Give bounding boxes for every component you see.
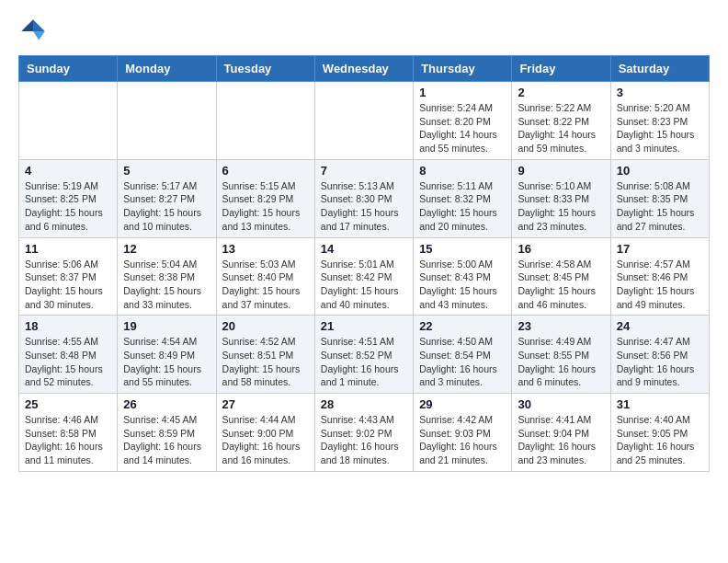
day-number: 31 [617,397,703,411]
day-number: 14 [321,242,407,256]
calendar-cell [19,82,118,160]
calendar-cell: 1Sunrise: 5:24 AM Sunset: 8:20 PM Daylig… [414,82,512,160]
day-info: Sunrise: 4:58 AM Sunset: 8:45 PM Dayligh… [518,258,604,312]
day-number: 1 [419,86,506,99]
calendar-week-5: 25Sunrise: 4:46 AM Sunset: 8:58 PM Dayli… [19,394,710,472]
calendar-cell [216,82,314,160]
day-number: 28 [321,397,407,411]
day-info: Sunrise: 4:57 AM Sunset: 8:46 PM Dayligh… [617,258,703,312]
day-info: Sunrise: 5:19 AM Sunset: 8:25 PM Dayligh… [25,179,111,234]
logo [18,17,50,46]
day-info: Sunrise: 4:55 AM Sunset: 8:48 PM Dayligh… [25,335,111,389]
day-number: 11 [25,242,111,256]
day-number: 13 [222,242,309,256]
day-number: 8 [419,164,506,178]
weekday-header-thursday: Thursday [414,56,512,82]
calendar-cell: 30Sunrise: 4:41 AM Sunset: 9:04 PM Dayli… [512,394,610,472]
calendar-week-1: 1Sunrise: 5:24 AM Sunset: 8:20 PM Daylig… [19,82,710,160]
day-number: 15 [419,242,506,256]
page-header [0,0,728,55]
day-number: 6 [222,164,309,178]
weekday-header-sunday: Sunday [19,56,118,82]
calendar-cell: 23Sunrise: 4:49 AM Sunset: 8:55 PM Dayli… [512,316,610,394]
svg-marker-0 [33,19,45,31]
calendar-cell: 13Sunrise: 5:03 AM Sunset: 8:40 PM Dayli… [216,237,314,316]
calendar-wrapper: SundayMondayTuesdayWednesdayThursdayFrid… [0,55,728,481]
calendar-cell: 21Sunrise: 4:51 AM Sunset: 8:52 PM Dayli… [314,316,413,394]
calendar-header: SundayMondayTuesdayWednesdayThursdayFrid… [19,56,710,82]
calendar-cell: 14Sunrise: 5:01 AM Sunset: 8:42 PM Dayli… [314,237,413,316]
weekday-header-tuesday: Tuesday [216,56,314,82]
day-info: Sunrise: 5:01 AM Sunset: 8:42 PM Dayligh… [321,258,407,312]
day-info: Sunrise: 4:49 AM Sunset: 8:55 PM Dayligh… [518,335,604,389]
calendar-cell: 22Sunrise: 4:50 AM Sunset: 8:54 PM Dayli… [414,316,512,394]
calendar-week-2: 4Sunrise: 5:19 AM Sunset: 8:25 PM Daylig… [19,159,710,237]
weekday-header-monday: Monday [118,56,216,82]
calendar-cell: 2Sunrise: 5:22 AM Sunset: 8:22 PM Daylig… [512,82,610,160]
day-number: 7 [321,164,407,178]
calendar-cell: 4Sunrise: 5:19 AM Sunset: 8:25 PM Daylig… [19,159,118,237]
day-number: 30 [518,397,604,411]
weekday-header-wednesday: Wednesday [314,56,413,82]
day-info: Sunrise: 4:46 AM Sunset: 8:58 PM Dayligh… [25,413,111,467]
day-info: Sunrise: 4:41 AM Sunset: 9:04 PM Dayligh… [518,413,604,467]
day-info: Sunrise: 4:40 AM Sunset: 9:05 PM Dayligh… [617,413,703,467]
calendar-week-4: 18Sunrise: 4:55 AM Sunset: 8:48 PM Dayli… [19,316,710,394]
day-number: 5 [123,164,210,178]
calendar-cell: 12Sunrise: 5:04 AM Sunset: 8:38 PM Dayli… [118,237,216,316]
calendar-cell: 20Sunrise: 4:52 AM Sunset: 8:51 PM Dayli… [216,316,314,394]
calendar-cell: 16Sunrise: 4:58 AM Sunset: 8:45 PM Dayli… [512,237,610,316]
calendar-cell: 10Sunrise: 5:08 AM Sunset: 8:35 PM Dayli… [610,159,709,237]
day-number: 18 [25,319,111,333]
calendar-cell: 25Sunrise: 4:46 AM Sunset: 8:58 PM Dayli… [19,394,118,472]
weekday-header-row: SundayMondayTuesdayWednesdayThursdayFrid… [19,56,710,82]
day-number: 26 [123,397,210,411]
day-number: 2 [518,86,604,99]
calendar-cell: 17Sunrise: 4:57 AM Sunset: 8:46 PM Dayli… [610,237,709,316]
day-info: Sunrise: 4:43 AM Sunset: 9:02 PM Dayligh… [321,413,407,467]
day-info: Sunrise: 5:15 AM Sunset: 8:29 PM Dayligh… [222,179,309,234]
calendar-cell: 28Sunrise: 4:43 AM Sunset: 9:02 PM Dayli… [314,394,413,472]
day-number: 9 [518,164,604,178]
day-info: Sunrise: 5:06 AM Sunset: 8:37 PM Dayligh… [25,258,111,312]
calendar-cell: 29Sunrise: 4:42 AM Sunset: 9:03 PM Dayli… [414,394,512,472]
calendar-cell: 15Sunrise: 5:00 AM Sunset: 8:43 PM Dayli… [414,237,512,316]
calendar-cell: 3Sunrise: 5:20 AM Sunset: 8:23 PM Daylig… [610,82,709,160]
day-info: Sunrise: 5:20 AM Sunset: 8:23 PM Dayligh… [617,101,703,155]
day-info: Sunrise: 5:22 AM Sunset: 8:22 PM Dayligh… [518,101,604,155]
day-info: Sunrise: 4:54 AM Sunset: 8:49 PM Dayligh… [123,335,210,389]
day-info: Sunrise: 5:04 AM Sunset: 8:38 PM Dayligh… [123,258,210,312]
calendar-cell: 9Sunrise: 5:10 AM Sunset: 8:33 PM Daylig… [512,159,610,237]
day-info: Sunrise: 5:00 AM Sunset: 8:43 PM Dayligh… [419,258,506,312]
day-number: 12 [123,242,210,256]
day-info: Sunrise: 4:51 AM Sunset: 8:52 PM Dayligh… [321,335,407,389]
calendar-cell: 6Sunrise: 5:15 AM Sunset: 8:29 PM Daylig… [216,159,314,237]
day-info: Sunrise: 4:44 AM Sunset: 9:00 PM Dayligh… [222,413,309,467]
day-info: Sunrise: 5:13 AM Sunset: 8:30 PM Dayligh… [321,179,407,234]
day-number: 4 [25,164,111,178]
calendar-cell: 31Sunrise: 4:40 AM Sunset: 9:05 PM Dayli… [610,394,709,472]
calendar-cell: 5Sunrise: 5:17 AM Sunset: 8:27 PM Daylig… [118,159,216,237]
calendar-cell [314,82,413,160]
day-info: Sunrise: 5:11 AM Sunset: 8:32 PM Dayligh… [419,179,506,234]
day-number: 27 [222,397,309,411]
day-info: Sunrise: 5:24 AM Sunset: 8:20 PM Dayligh… [419,101,506,155]
day-info: Sunrise: 5:10 AM Sunset: 8:33 PM Dayligh… [518,179,604,234]
svg-marker-1 [21,19,33,31]
calendar-cell: 27Sunrise: 4:44 AM Sunset: 9:00 PM Dayli… [216,394,314,472]
calendar-cell: 18Sunrise: 4:55 AM Sunset: 8:48 PM Dayli… [19,316,118,394]
day-number: 20 [222,319,309,333]
calendar-table: SundayMondayTuesdayWednesdayThursdayFrid… [18,55,710,472]
day-info: Sunrise: 5:03 AM Sunset: 8:40 PM Dayligh… [222,258,309,312]
calendar-cell: 7Sunrise: 5:13 AM Sunset: 8:30 PM Daylig… [314,159,413,237]
day-info: Sunrise: 4:52 AM Sunset: 8:51 PM Dayligh… [222,335,309,389]
day-number: 10 [617,164,703,178]
day-info: Sunrise: 4:45 AM Sunset: 8:59 PM Dayligh… [123,413,210,467]
day-number: 19 [123,319,210,333]
day-number: 25 [25,397,111,411]
calendar-week-3: 11Sunrise: 5:06 AM Sunset: 8:37 PM Dayli… [19,237,710,316]
day-number: 17 [617,242,703,256]
day-info: Sunrise: 4:50 AM Sunset: 8:54 PM Dayligh… [419,335,506,389]
calendar-cell: 19Sunrise: 4:54 AM Sunset: 8:49 PM Dayli… [118,316,216,394]
weekday-header-saturday: Saturday [610,56,709,82]
